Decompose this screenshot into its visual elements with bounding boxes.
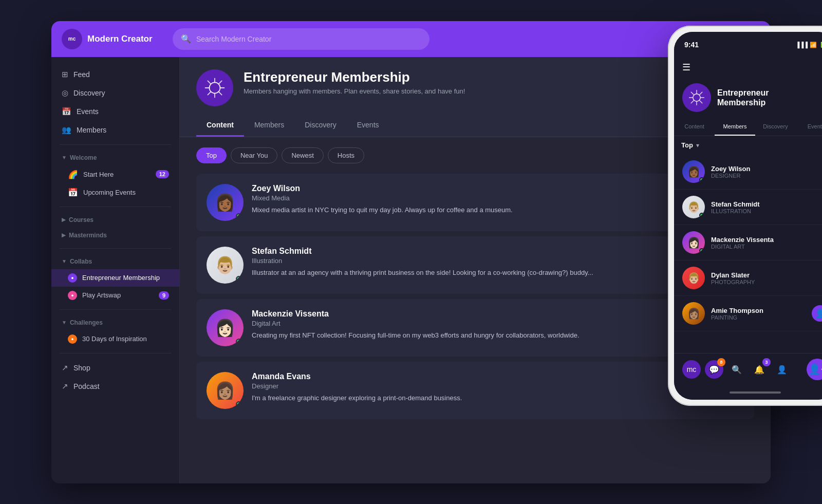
phone-status-icons: ▐▐▐ 📶 🔋 xyxy=(796,42,822,48)
phone-tabs: Content Members Discovery Events xyxy=(674,118,822,136)
phone-bell-icon: 🔔 xyxy=(754,365,764,375)
search-bar[interactable]: 🔍 xyxy=(173,28,429,50)
30days-dot: ● xyxy=(68,334,77,344)
sidebar-label-events: Events xyxy=(77,107,99,116)
phone-filter-bar: Top ▾ xyxy=(674,136,822,154)
members-icon: 👥 xyxy=(62,125,71,135)
avatar-zoey: 👩🏾 xyxy=(207,184,244,221)
phone-member-role-dylan: PHOTOGRAPHY xyxy=(711,279,755,285)
avatar-mackenzie: 👩🏻 xyxy=(207,309,244,346)
divider-1 xyxy=(60,144,171,145)
signal-icon: ▐▐▐ xyxy=(796,42,808,48)
home-icon: mc xyxy=(687,365,697,374)
online-indicator-stefan xyxy=(236,276,242,282)
sidebar-item-discovery[interactable]: ◎ Discovery xyxy=(51,84,179,102)
section-collabs-label: Collabs xyxy=(70,258,92,265)
sidebar-item-entrepreneur[interactable]: ● Entrepreneur Membership xyxy=(51,269,179,287)
group-info: Entrepreneur Membership Members hanging … xyxy=(244,69,723,95)
logo-area: mc Modern Creator xyxy=(62,29,164,49)
phone-tab-discovery[interactable]: Discovery xyxy=(755,118,796,136)
sidebar-item-play-artswap[interactable]: ● Play Artswap 9 xyxy=(51,287,179,304)
phone-messages-icon: 💬 xyxy=(709,365,719,375)
online-indicator xyxy=(236,213,242,219)
sidebar-item-shop[interactable]: ↗ Shop xyxy=(51,359,179,377)
sidebar-item-upcoming-events[interactable]: 📅 Upcoming Events xyxy=(51,183,179,201)
podcast-icon: ↗ xyxy=(62,382,68,391)
phone-member-name-stefan: Stefan Schmidt xyxy=(711,200,760,208)
tab-discovery[interactable]: Discovery xyxy=(294,115,346,137)
phone-messages-badge: 8 xyxy=(717,358,725,366)
phone-nav-search[interactable]: 🔍 xyxy=(727,360,746,379)
phone-member-role-mackenzie: DIGITAL ART xyxy=(711,244,774,250)
phone-tab-members[interactable]: Members xyxy=(715,118,755,136)
phone-member-info-zoey: Zoey Wilson DESIGNER xyxy=(711,165,750,179)
phone-avatar-dylan: 👨🏼 xyxy=(682,267,705,289)
home-indicator xyxy=(730,391,781,394)
phone-member-stefan[interactable]: 👨🏼 Stefan Schmidt ILLUSTRATION xyxy=(674,190,822,225)
upcoming-events-label: Upcoming Events xyxy=(83,189,136,196)
phone-member-info-stefan: Stefan Schmidt ILLUSTRATION xyxy=(711,200,760,214)
sidebar-item-podcast[interactable]: ↗ Podcast xyxy=(51,377,179,396)
feed-icon: ⊞ xyxy=(62,70,68,79)
sidebar-label-feed: Feed xyxy=(73,70,90,79)
search-input[interactable] xyxy=(196,35,421,43)
phone-online-dot-zoey xyxy=(699,177,704,182)
sidebar-item-events[interactable]: 📅 Events xyxy=(51,102,179,121)
section-welcome[interactable]: ▼ Welcome xyxy=(51,150,179,165)
phone-member-amie[interactable]: 👩🏽 Amie Thompson PAINTING 👤 xyxy=(674,296,822,331)
divider-4 xyxy=(60,309,171,310)
add-member-fab[interactable]: 👤 xyxy=(812,305,822,322)
divider-5 xyxy=(60,353,171,353)
filter-chip-top[interactable]: Top xyxy=(196,147,227,163)
section-challenges-label: Challenges xyxy=(70,319,103,326)
avatar-amanda: 👩🏽 xyxy=(207,372,244,409)
phone-menu-bar: ☰ ⋮ xyxy=(674,58,822,77)
sidebar-item-start-here[interactable]: 🌈 Start Here 12 xyxy=(51,165,179,183)
phone-tab-events[interactable]: Events xyxy=(796,118,822,136)
phone-member-zoey[interactable]: 👩🏾 Zoey Wilson DESIGNER xyxy=(674,154,822,190)
entrepreneur-label: Entrepreneur Membership xyxy=(82,274,160,282)
phone-filter-chevron[interactable]: ▾ xyxy=(696,142,699,149)
phone-tab-content[interactable]: Content xyxy=(674,118,715,136)
phone-member-mackenzie[interactable]: 👩🏻 Mackenzie Vissenta DIGITAL ART xyxy=(674,225,822,260)
upcoming-events-icon: 📅 xyxy=(68,188,78,197)
phone-filter-label: Top xyxy=(681,141,693,149)
online-indicator-amanda xyxy=(236,401,242,407)
sidebar-item-30-days[interactable]: ● 30 Days of Inspiration xyxy=(51,330,179,348)
phone-home-bar xyxy=(674,385,822,400)
filter-chip-hosts[interactable]: Hosts xyxy=(328,147,364,163)
svg-line-7 xyxy=(219,81,222,84)
chevron-down-icon-3: ▼ xyxy=(62,320,67,325)
wifi-icon: 📶 xyxy=(810,42,817,48)
phone-nav-notifications[interactable]: 🔔 3 xyxy=(750,360,769,379)
phone-nav-home[interactable]: mc xyxy=(682,360,701,379)
discovery-icon: ◎ xyxy=(62,88,68,98)
phone-member-dylan[interactable]: 👨🏼 Dylan Slater PHOTOGRAPHY xyxy=(674,260,822,296)
phone-nav-messages[interactable]: 💬 8 xyxy=(705,360,723,379)
section-collabs[interactable]: ▼ Collabs xyxy=(51,254,179,269)
tab-events[interactable]: Events xyxy=(347,115,389,137)
phone-nav-profile[interactable]: 👤 xyxy=(773,360,791,379)
artswap-badge: 9 xyxy=(159,291,169,300)
section-challenges[interactable]: ▼ Challenges xyxy=(51,315,179,330)
tab-content[interactable]: Content xyxy=(196,115,244,137)
chevron-right-icon: ▶ xyxy=(62,217,66,222)
phone-profile-icon: 👤 xyxy=(777,365,787,375)
phone-add-fab[interactable]: 👤+ xyxy=(807,359,822,380)
filter-chip-near-you[interactable]: Near You xyxy=(231,147,278,163)
phone-members-list: 👩🏾 Zoey Wilson DESIGNER 👨🏼 Stefan Sch xyxy=(674,154,822,353)
phone-sunburst-icon xyxy=(687,88,706,107)
phone-online-dot-mackenzie xyxy=(699,248,704,253)
hamburger-icon[interactable]: ☰ xyxy=(682,62,690,73)
section-masterminds[interactable]: ▶ Masterminds xyxy=(51,228,179,243)
phone-member-name-amie: Amie Thompson xyxy=(711,307,763,314)
filter-chip-newest[interactable]: Newest xyxy=(282,147,323,163)
more-options-icon[interactable]: ⋮ xyxy=(819,62,822,73)
section-courses[interactable]: ▶ Courses xyxy=(51,212,179,228)
sidebar-item-feed[interactable]: ⊞ Feed xyxy=(51,65,179,84)
shop-label: Shop xyxy=(73,364,90,372)
tab-members[interactable]: Members xyxy=(244,115,294,137)
shop-icon: ↗ xyxy=(62,363,68,372)
artswap-dot: ● xyxy=(68,291,77,300)
sidebar-item-members[interactable]: 👥 Members xyxy=(51,121,179,139)
